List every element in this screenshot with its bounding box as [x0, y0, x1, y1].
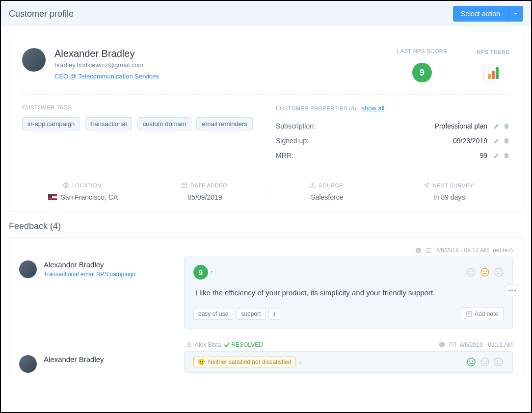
tag-transactional[interactable]: transactional	[85, 117, 133, 130]
add-tag-button[interactable]: +	[268, 308, 280, 320]
feedback1-campaign[interactable]: Transactional email NPS campaign	[44, 271, 135, 278]
feedback-card: 4/6/2019 - 09:12 AM (edited) Alexander B…	[8, 237, 524, 373]
fb-tag-support[interactable]: support	[236, 308, 266, 320]
assignee-name: Alex Bitca	[195, 341, 221, 348]
tag-email-reminders[interactable]: email reminders	[196, 117, 252, 130]
svg-point-18	[470, 361, 470, 361]
tags-container: in-app campaign transactional custom dom…	[22, 117, 256, 133]
status-timestamp: 4/6/2019 - 09:12 AM	[460, 341, 513, 348]
info-icon[interactable]	[415, 247, 422, 254]
send-icon	[424, 182, 430, 188]
nps-score-label: LAST NPS SCORE	[397, 48, 447, 54]
next-survey-value: In 89 days	[388, 193, 510, 201]
prop-val-signed-up: 09/23/2019	[453, 137, 487, 145]
svg-point-9	[486, 271, 487, 272]
info-icon[interactable]	[439, 341, 445, 348]
face-sad-icon[interactable]	[494, 357, 504, 367]
prop-val-subscription: Professional plan	[435, 122, 487, 130]
location-value: San Francisco, CA	[61, 193, 118, 201]
svg-point-20	[481, 358, 489, 366]
edit-icon[interactable]	[493, 123, 500, 129]
globe-icon	[63, 182, 69, 188]
svg-point-25	[500, 361, 501, 361]
neutral-emoji-icon: 😐	[198, 359, 205, 365]
feedback1-text: I like the efficiency of your product, i…	[195, 287, 502, 299]
topbar: Customer profile Select action	[1, 1, 531, 26]
delete-icon[interactable]	[503, 152, 510, 159]
svg-rect-1	[182, 183, 187, 187]
svg-point-10	[495, 268, 503, 276]
svg-point-11	[497, 271, 498, 272]
svg-point-19	[473, 361, 473, 361]
property-row: MRR: 99	[276, 148, 510, 163]
customer-role[interactable]: CEO @ Telecommunication Services	[54, 73, 159, 80]
upload-icon	[309, 182, 316, 188]
svg-point-22	[486, 361, 487, 361]
svg-point-12	[500, 271, 501, 272]
feedback1-score: 9	[193, 265, 208, 280]
caret-down-icon	[513, 11, 518, 16]
svg-point-17	[467, 358, 475, 366]
more-button[interactable]: •••	[505, 284, 519, 296]
feedback1-body: 9 ↑ I like the efficiency of your produc…	[184, 257, 513, 329]
next-survey-label: NEXT SURVEY:	[433, 182, 475, 188]
resolved-status: RESOLVED	[224, 341, 263, 348]
face-sad-icon[interactable]	[494, 267, 504, 277]
prop-key-subscription: Subscription:	[276, 122, 435, 130]
avatar	[22, 48, 46, 72]
add-note-button[interactable]: Add note	[461, 308, 504, 320]
feedback2-name: Alexander Bradley	[44, 355, 104, 363]
delete-icon[interactable]	[503, 137, 510, 144]
prop-val-mrr: 99	[479, 152, 487, 159]
property-row: Signed up: 09/23/2019	[276, 133, 510, 148]
prop-key-mrr: MRR:	[276, 152, 479, 159]
source-value: Salesforce	[266, 193, 388, 201]
customer-properties-label: CUSTOMER PROPERTIES (8)	[276, 105, 357, 111]
note-icon	[466, 311, 472, 317]
property-row: Subscription: Professional plan	[276, 119, 510, 133]
svg-point-14	[188, 342, 190, 345]
select-action-caret[interactable]	[508, 6, 523, 22]
feedback-heading: Feedback (4)	[9, 221, 524, 232]
delivery-icon	[426, 247, 432, 254]
tag-in-app[interactable]: in-app campaign	[22, 117, 80, 130]
feedback1-timestamp: 4/6/2019 - 09:12 AM	[436, 247, 489, 254]
svg-point-5	[470, 271, 470, 272]
show-all-link[interactable]: show all	[362, 104, 385, 112]
face-happy-icon[interactable]	[466, 357, 476, 367]
svg-point-24	[497, 361, 498, 361]
delete-icon[interactable]	[503, 123, 510, 129]
feedback1-name: Alexander Bradley	[44, 260, 135, 269]
svg-point-7	[481, 268, 489, 276]
nps-score-badge: 9	[412, 63, 432, 82]
arrow-down-icon: ↓	[298, 359, 301, 365]
date-added-label: DATE ADDED:	[190, 182, 229, 188]
face-neutral-icon[interactable]	[480, 267, 490, 277]
location-label: LOCATION:	[72, 182, 103, 188]
svg-point-15	[439, 342, 445, 347]
svg-point-4	[467, 268, 475, 276]
face-happy-icon[interactable]	[466, 267, 476, 277]
flag-us-icon	[48, 194, 57, 200]
fb-tag-easy-of-use[interactable]: easy of use	[193, 308, 233, 320]
page-title: Customer profile	[9, 9, 74, 19]
mail-icon	[449, 341, 456, 348]
satisfaction-pill: 😐 Neither satisfied nor dissatisfied	[193, 357, 295, 367]
feedback1-edited: (edited)	[493, 247, 513, 254]
date-added-value: 05/09/2019	[144, 193, 266, 201]
edit-icon[interactable]	[493, 137, 500, 144]
feedback2-body: 😐 Neither satisfied nor dissatisfied ↓	[184, 351, 513, 373]
tag-custom-domain[interactable]: custom domain	[137, 117, 191, 130]
source-label: SOURCE:	[319, 182, 345, 188]
calendar-icon	[181, 182, 187, 188]
edit-icon[interactable]	[493, 152, 500, 159]
prop-key-signed-up: Signed up:	[276, 137, 453, 145]
face-neutral-icon[interactable]	[480, 357, 490, 367]
satisfaction-text: Neither satisfied nor dissatisfied	[208, 359, 291, 365]
svg-point-8	[483, 271, 484, 272]
select-action-button[interactable]: Select action	[453, 6, 508, 22]
customer-email: bradley.hodkiewicz@gmail.com	[54, 61, 159, 69]
avatar	[19, 260, 37, 278]
add-note-label: Add note	[475, 310, 498, 317]
nps-trend-label: NPS TREND	[477, 49, 510, 55]
